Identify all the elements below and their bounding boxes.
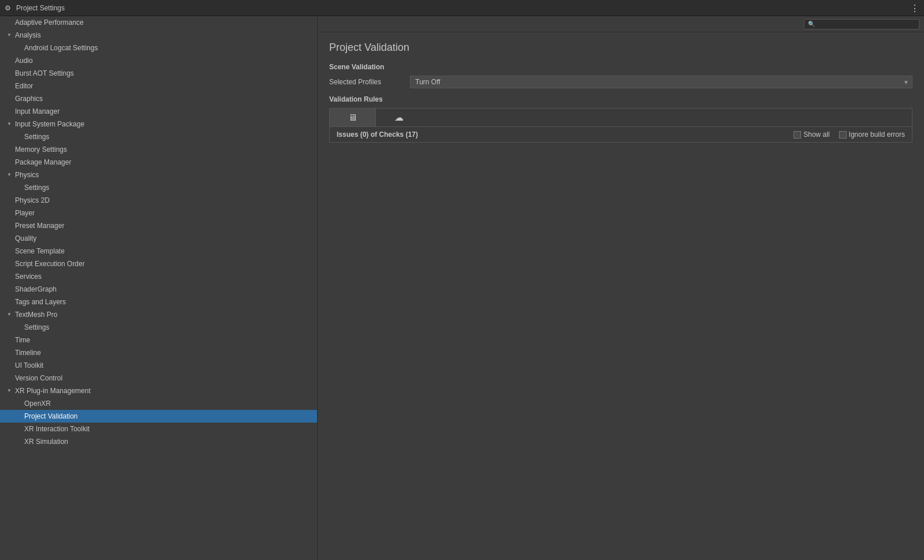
search-wrapper[interactable]: 🔍 (804, 19, 919, 29)
sidebar-item-input-system-package[interactable]: Input System Package (0, 118, 317, 130)
sidebar-item-label: Script Execution Order (15, 259, 85, 269)
sidebar-item-label: XR Simulation (24, 436, 68, 447)
sidebar-item-time[interactable]: Time (0, 334, 317, 346)
ignore-build-errors-label: Ignore build errors (849, 130, 905, 139)
sidebar-item-label: Scene Template (15, 246, 65, 256)
sidebar-item-label: Services (15, 271, 42, 282)
sidebar-item-quality[interactable]: Quality (0, 232, 317, 245)
issues-bar: Issues (0) of Checks (17) Show all Ignor… (329, 127, 912, 143)
sidebar-item-label: Analysis (15, 30, 41, 40)
menu-icon[interactable]: ⋮ (910, 2, 919, 13)
sidebar-item-analysis[interactable]: Analysis (0, 29, 317, 42)
issues-label: Issues (0) of Checks (17) (337, 130, 793, 139)
sidebar-item-preset-manager[interactable]: Preset Manager (0, 219, 317, 232)
sidebar-item-services[interactable]: Services (0, 270, 317, 283)
sidebar-item-player[interactable]: Player (0, 207, 317, 219)
sidebar-item-input-manager[interactable]: Input Manager (0, 105, 317, 118)
sidebar-item-label: Audio (15, 55, 33, 66)
platform-tab-standalone[interactable]: 🖥 (330, 109, 376, 126)
sidebar-item-label: Preset Manager (15, 221, 64, 231)
sidebar-item-project-validation[interactable]: Project Validation (0, 410, 317, 423)
sidebar-item-label: Physics 2D (15, 195, 50, 206)
selected-profiles-value: Turn Off (415, 78, 440, 86)
sidebar-item-label: Adaptive Performance (15, 17, 84, 28)
sidebar-item-label: UI Toolkit (15, 360, 43, 371)
sidebar: Adaptive PerformanceAnalysisAndroid Logc… (0, 16, 318, 560)
sidebar-item-physics[interactable]: Physics (0, 169, 317, 181)
issues-controls: Show all Ignore build errors (793, 130, 905, 139)
sidebar-item-label: Timeline (15, 348, 41, 358)
platform-tabs-bar: 🖥 ☁ (329, 108, 912, 127)
show-all-label: Show all (803, 130, 829, 139)
pv-content: Project Validation Scene Validation Sele… (318, 32, 924, 560)
sidebar-item-label: Package Manager (15, 157, 71, 167)
sidebar-item-label: Time (15, 335, 30, 345)
triangle-open-icon (7, 119, 14, 129)
triangle-open-icon (7, 170, 14, 180)
sidebar-item-label: Android Logcat Settings (24, 43, 98, 53)
sidebar-item-textmesh-pro[interactable]: TextMesh Pro (0, 308, 317, 321)
android-icon: ☁ (394, 112, 404, 123)
sidebar-item-android-logcat[interactable]: Android Logcat Settings (0, 42, 317, 54)
sidebar-item-timeline[interactable]: Timeline (0, 346, 317, 359)
selected-profiles-row: Selected Profiles Turn Off ▼ (329, 76, 912, 88)
sidebar-item-label: Input Manager (15, 106, 59, 117)
sidebar-item-label: Settings (24, 132, 49, 142)
selected-profiles-dropdown[interactable]: Turn Off (410, 76, 912, 88)
show-all-checkbox[interactable] (793, 131, 801, 139)
sidebar-item-label: Input System Package (15, 119, 84, 129)
sidebar-item-label: Tags and Layers (15, 297, 66, 307)
sidebar-item-ui-toolkit[interactable]: UI Toolkit (0, 359, 317, 372)
platform-tab-android[interactable]: ☁ (376, 109, 422, 126)
sidebar-item-openxr[interactable]: OpenXR (0, 397, 317, 410)
sidebar-item-label: Burst AOT Settings (15, 68, 74, 79)
selected-profiles-dropdown-wrapper[interactable]: Turn Off ▼ (410, 76, 912, 88)
sidebar-item-burst-aot[interactable]: Burst AOT Settings (0, 67, 317, 80)
sidebar-item-label: Quality (15, 233, 36, 244)
page-title: Project Validation (329, 42, 912, 54)
sidebar-item-package-manager[interactable]: Package Manager (0, 156, 317, 169)
sidebar-item-script-execution-order[interactable]: Script Execution Order (0, 257, 317, 270)
sidebar-item-label: Project Validation (24, 411, 78, 421)
ignore-build-errors-checkbox[interactable] (839, 131, 847, 139)
window-title: Project Settings (16, 4, 65, 12)
sidebar-item-audio[interactable]: Audio (0, 54, 317, 67)
show-all-row[interactable]: Show all (793, 130, 829, 139)
sidebar-item-scene-template[interactable]: Scene Template (0, 245, 317, 257)
sidebar-item-editor[interactable]: Editor (0, 80, 317, 92)
main-container: Adaptive PerformanceAnalysisAndroid Logc… (0, 16, 924, 560)
sidebar-item-label: TextMesh Pro (15, 309, 57, 320)
standalone-icon: 🖥 (348, 113, 357, 123)
sidebar-item-physics-settings[interactable]: Settings (0, 181, 317, 194)
sidebar-item-label: Settings (24, 182, 49, 193)
sidebar-item-label: XR Interaction Toolkit (24, 424, 90, 434)
sidebar-item-label: Player (15, 208, 35, 218)
sidebar-item-graphics[interactable]: Graphics (0, 92, 317, 105)
ignore-build-errors-row[interactable]: Ignore build errors (839, 130, 905, 139)
sidebar-item-physics-2d[interactable]: Physics 2D (0, 194, 317, 207)
sidebar-item-label: OpenXR (24, 398, 51, 409)
sidebar-item-shadergraph[interactable]: ShaderGraph (0, 283, 317, 296)
sidebar-item-textmesh-settings[interactable]: Settings (0, 321, 317, 334)
triangle-open-icon (7, 309, 14, 320)
sidebar-item-xr-simulation[interactable]: XR Simulation (0, 435, 317, 448)
sidebar-item-label: ShaderGraph (15, 284, 57, 294)
sidebar-item-xr-interaction-toolkit[interactable]: XR Interaction Toolkit (0, 423, 317, 435)
sidebar-item-tags-and-layers[interactable]: Tags and Layers (0, 296, 317, 308)
sidebar-item-label: XR Plug-in Management (15, 386, 91, 396)
scene-validation-title: Scene Validation (329, 63, 912, 71)
sidebar-item-label: Settings (24, 322, 49, 333)
sidebar-item-label: Version Control (15, 373, 62, 383)
sidebar-item-input-settings[interactable]: Settings (0, 130, 317, 143)
sidebar-item-label: Graphics (15, 94, 43, 104)
sidebar-item-adaptive-performance[interactable]: Adaptive Performance (0, 16, 317, 29)
sidebar-item-xr-plug-in-management[interactable]: XR Plug-in Management (0, 384, 317, 397)
triangle-open-icon (7, 386, 14, 396)
sidebar-item-version-control[interactable]: Version Control (0, 372, 317, 384)
content-area: 🔍 Project Validation Scene Validation Se… (318, 16, 924, 560)
search-input[interactable] (817, 21, 910, 28)
sidebar-item-memory-settings[interactable]: Memory Settings (0, 143, 317, 156)
validation-rules-title: Validation Rules (329, 95, 912, 103)
title-bar: ⚙ Project Settings ⋮ (0, 0, 924, 16)
triangle-open-icon (7, 30, 14, 40)
